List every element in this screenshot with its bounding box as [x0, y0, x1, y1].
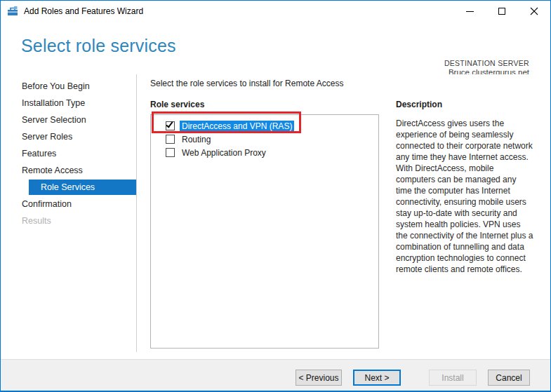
list-item-web-application-proxy[interactable]: Web Application Proxy [151, 146, 378, 159]
sidebar-item-installation-type[interactable]: Installation Type [1, 95, 136, 111]
service-label-directaccess-vpn[interactable]: DirectAccess and VPN (RAS) [180, 121, 294, 132]
service-label-web-application-proxy[interactable]: Web Application Proxy [180, 147, 268, 158]
checkbox-routing[interactable] [166, 135, 175, 144]
sidebar-item-role-services[interactable]: Role Services [29, 180, 136, 195]
title-bar: Add Roles and Features Wizard [1, 1, 550, 22]
description-heading: Description [396, 100, 533, 109]
description-panel: Description DirectAccess gives users the… [396, 100, 533, 275]
window-controls [453, 1, 550, 22]
checkbox-web-application-proxy[interactable] [166, 148, 175, 157]
list-item-directaccess-vpn[interactable]: DirectAccess and VPN (RAS) [151, 119, 378, 133]
install-button: Install [429, 370, 477, 386]
cancel-button[interactable]: Cancel [488, 370, 530, 386]
wizard-footer: < Previous Next > Install Cancel [1, 359, 550, 391]
check-icon [166, 121, 173, 128]
add-roles-features-wizard-window: { "window": { "title": "Add Roles and Fe… [0, 0, 551, 392]
minimize-button[interactable] [453, 1, 486, 22]
sidebar-item-server-roles[interactable]: Server Roles [1, 128, 136, 145]
previous-button[interactable]: < Previous [296, 370, 342, 386]
wizard-toolbox-icon [7, 6, 18, 17]
role-services-group-label: Role services [150, 100, 204, 109]
role-services-listbox: DirectAccess and VPN (RAS) Routing Web A… [150, 114, 379, 349]
maximize-button[interactable] [486, 1, 518, 22]
close-icon [530, 7, 538, 15]
minimize-icon [466, 11, 474, 12]
sidebar-item-before-you-begin[interactable]: Before You Begin [1, 78, 136, 95]
sidebar-item-remote-access[interactable]: Remote Access [1, 162, 136, 179]
window-title: Add Roles and Features Wizard [24, 6, 143, 16]
sidebar-item-features[interactable]: Features [1, 145, 136, 162]
sidebar-item-server-selection[interactable]: Server Selection [1, 111, 136, 128]
service-label-routing[interactable]: Routing [180, 134, 213, 145]
wizard-steps-sidebar: Before You Begin Installation Type Serve… [1, 74, 137, 352]
instruction-text: Select the role services to install for … [150, 79, 343, 88]
next-button[interactable]: Next > [353, 370, 401, 386]
wizard-header: Select role services DESTINATION SERVER … [1, 22, 550, 74]
checkbox-directaccess-vpn[interactable] [166, 121, 175, 130]
sidebar-item-confirmation[interactable]: Confirmation [1, 196, 136, 212]
sidebar-item-results: Results [1, 212, 136, 229]
page-title: Select role services [21, 36, 176, 56]
description-body: DirectAccess gives users the experience … [396, 118, 533, 275]
close-button[interactable] [518, 1, 550, 22]
list-item-routing[interactable]: Routing [151, 133, 378, 146]
maximize-icon [498, 8, 505, 15]
role-services-pane: Select the role services to install for … [137, 74, 550, 361]
wizard-content: Before You Begin Installation Type Serve… [1, 74, 550, 361]
destination-server-label: DESTINATION SERVER [444, 59, 529, 67]
